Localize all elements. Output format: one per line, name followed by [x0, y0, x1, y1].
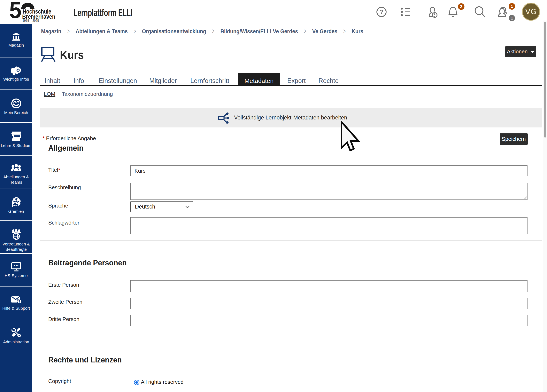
svg-text:?: ? [380, 9, 383, 15]
svg-text:?: ? [18, 300, 20, 304]
